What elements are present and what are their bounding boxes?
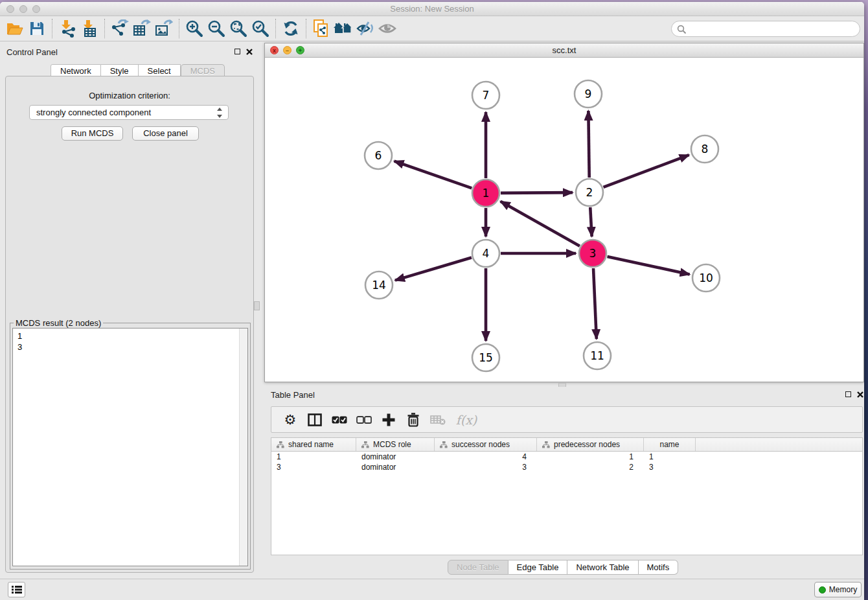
graph-node-15[interactable]: 15: [472, 344, 499, 371]
column-header-name[interactable]: name: [644, 438, 696, 451]
graph-edge-4-14[interactable]: [395, 258, 472, 281]
window-title: Session: New Session: [0, 4, 864, 14]
export-image-icon[interactable]: [153, 18, 175, 39]
graph-node-3[interactable]: 3: [579, 240, 606, 267]
close-panel-icon[interactable]: [246, 48, 253, 56]
split-panel-icon[interactable]: [306, 411, 323, 428]
clone-network-icon[interactable]: [310, 18, 332, 39]
delete-column-icon[interactable]: [405, 411, 422, 428]
mcds-result-text[interactable]: 13: [12, 328, 248, 566]
graph-node-8[interactable]: 8: [691, 135, 718, 163]
table-float-icon[interactable]: [845, 391, 851, 397]
select-all-icon[interactable]: [331, 411, 348, 428]
table-cell: 1: [537, 452, 644, 462]
export-table-icon[interactable]: [131, 18, 153, 39]
settings-icon[interactable]: ⚙: [282, 411, 299, 428]
zoom-selected-icon[interactable]: [249, 18, 271, 39]
hierarchy-icon: [542, 441, 550, 448]
app-window: Session: New Session: [0, 2, 864, 600]
zoom-out-icon[interactable]: [205, 18, 227, 39]
delete-table-icon[interactable]: [429, 411, 446, 428]
table-panel-title: Table Panel: [271, 390, 315, 400]
column-header-shared-name[interactable]: shared name: [271, 438, 356, 451]
svg-text:7: 7: [483, 89, 490, 102]
svg-text:8: 8: [702, 143, 709, 156]
graph-edge-3-1[interactable]: [501, 202, 580, 246]
table-close-icon[interactable]: [856, 391, 864, 398]
optimization-criterion-label: Optimization criterion:: [6, 91, 253, 100]
graph-node-6[interactable]: 6: [365, 142, 392, 169]
table-body: 1dominator4113dominator323: [271, 452, 862, 472]
memory-status-icon: [819, 586, 826, 594]
graph-node-2[interactable]: 2: [576, 179, 603, 206]
graph-node-11[interactable]: 11: [584, 342, 611, 369]
show-graphics-details-icon[interactable]: [376, 18, 398, 39]
add-column-icon[interactable]: [380, 411, 397, 428]
table-row[interactable]: 3dominator323: [271, 462, 862, 472]
graph-node-7[interactable]: 7: [472, 82, 499, 109]
hide-graphics-details-icon[interactable]: [354, 18, 376, 39]
float-panel-icon[interactable]: [234, 49, 240, 54]
task-history-button[interactable]: [8, 582, 25, 597]
graph-edge-1-6[interactable]: [394, 161, 472, 189]
graph-node-1[interactable]: 1: [472, 179, 499, 207]
export-network-icon[interactable]: [109, 18, 131, 39]
table-cell: 4: [435, 452, 537, 462]
graph-edge-2-9[interactable]: [588, 111, 589, 178]
home-icon[interactable]: [332, 18, 354, 39]
hierarchy-icon: [361, 441, 369, 448]
table-cell-empty: [696, 452, 862, 462]
function-builder-icon[interactable]: f(x): [454, 411, 479, 428]
import-table-icon[interactable]: [78, 18, 100, 39]
search-input[interactable]: [690, 23, 854, 35]
import-network-icon[interactable]: [56, 18, 78, 39]
table-cell: 1: [644, 452, 696, 462]
hierarchy-icon: [440, 441, 448, 448]
refresh-icon[interactable]: [280, 18, 302, 39]
graph-node-9[interactable]: 9: [575, 80, 602, 108]
status-bar: Memory: [0, 579, 864, 600]
vertical-splitter-grip[interactable]: [254, 301, 260, 310]
close-panel-button[interactable]: Close panel: [132, 126, 199, 141]
column-header-predecessor-nodes[interactable]: predecessor nodes: [537, 438, 644, 451]
zoom-fit-icon[interactable]: [227, 18, 249, 39]
table-cell: 1: [271, 452, 356, 462]
svg-text:10: 10: [699, 271, 713, 284]
column-header-mcds-role[interactable]: MCDS role: [356, 438, 435, 451]
graph-edge-2-3[interactable]: [590, 207, 591, 237]
graph-edge-3-10[interactable]: [607, 257, 689, 275]
column-header-successor-nodes[interactable]: successor nodes: [435, 438, 537, 451]
graph-edge-2-8[interactable]: [604, 155, 689, 187]
criterion-dropdown[interactable]: strongly connected component: [29, 105, 229, 120]
table-tabs: Node Table Edge Table Network Table Moti…: [448, 560, 678, 575]
memory-button[interactable]: Memory: [814, 582, 862, 597]
mcds-panel: Optimization criterion: strongly connect…: [5, 76, 254, 573]
tab-edge-table[interactable]: Edge Table: [508, 560, 568, 575]
window-titlebar: Session: New Session: [0, 2, 864, 16]
graph-node-14[interactable]: 14: [365, 271, 393, 299]
svg-text:3: 3: [589, 247, 597, 260]
network-canvas[interactable]: 7968124314101511: [265, 58, 863, 382]
network-window-titlebar: x – + scc.txt: [265, 43, 863, 58]
zoom-in-icon[interactable]: [183, 18, 205, 39]
graph-node-4[interactable]: 4: [472, 240, 499, 267]
graph-edge-1-2[interactable]: [501, 192, 573, 193]
graph-node-10[interactable]: 10: [692, 264, 720, 292]
svg-text:9: 9: [585, 87, 592, 100]
search-icon: [677, 25, 687, 34]
node-table: shared name MCDS role successor nodes pr…: [271, 437, 863, 555]
result-scrollbar[interactable]: [239, 329, 247, 566]
tab-motifs[interactable]: Motifs: [639, 560, 679, 575]
deselect-all-icon[interactable]: [356, 411, 372, 428]
table-cell: 3: [435, 462, 537, 472]
main-toolbar: [0, 16, 864, 41]
table-row[interactable]: 1dominator411: [271, 452, 862, 462]
graph-edge-3-11[interactable]: [593, 268, 597, 339]
mcds-result-group: MCDS result (2 nodes) 13: [10, 323, 251, 570]
save-session-icon[interactable]: [26, 18, 48, 39]
open-session-icon[interactable]: [4, 18, 26, 39]
svg-text:4: 4: [483, 247, 490, 260]
run-mcds-button[interactable]: Run MCDS: [62, 126, 123, 141]
tab-node-table[interactable]: Node Table: [448, 560, 508, 575]
tab-network-table[interactable]: Network Table: [567, 560, 638, 575]
